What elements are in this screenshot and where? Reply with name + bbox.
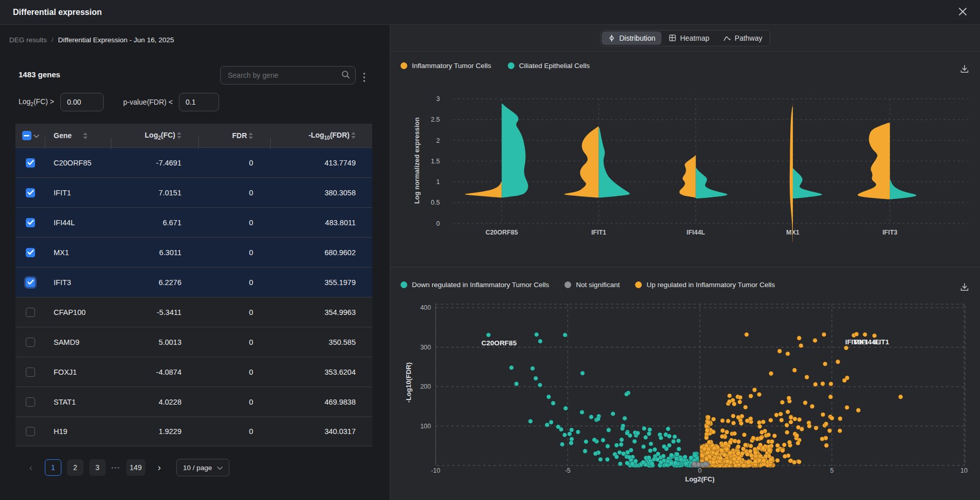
row-checkbox[interactable] bbox=[26, 308, 35, 317]
breadcrumb-deg-results[interactable]: DEG results bbox=[9, 36, 47, 44]
page-size-select[interactable]: 10 / page bbox=[176, 459, 229, 476]
column-header-neglog10fdr[interactable]: -Log10(FDR) bbox=[271, 131, 372, 141]
volcano-plot[interactable]: -10-50510100200300400Log2(FC)-Log10(FDR)… bbox=[390, 268, 980, 500]
row-checkbox[interactable] bbox=[26, 397, 35, 407]
column-header-fdr[interactable]: FDR bbox=[199, 131, 271, 140]
selection-dropdown-icon[interactable] bbox=[34, 131, 39, 140]
legend-item[interactable]: Up regulated in Inflammatory Tumor Cells bbox=[635, 281, 775, 289]
row-checkbox[interactable] bbox=[26, 248, 35, 257]
neglog10fdr-cell: 380.3058 bbox=[271, 189, 372, 197]
table-row[interactable]: SAMD95.00130350.585 bbox=[15, 327, 372, 357]
row-checkbox[interactable] bbox=[26, 427, 35, 436]
svg-text:0: 0 bbox=[698, 467, 702, 474]
legend-item[interactable]: Down regulated in Inflammatory Tumor Cel… bbox=[401, 281, 549, 289]
close-button[interactable] bbox=[957, 6, 969, 19]
gene-table-header: GeneLog2(FC)FDR-Log10(FDR) bbox=[15, 124, 372, 147]
table-row[interactable]: MX16.30110680.9602 bbox=[15, 237, 372, 267]
legend-item[interactable]: Ciliated Epithelial Cells bbox=[508, 62, 590, 70]
gene-table: GeneLog2(FC)FDR-Log10(FDR) C20ORF85-7.46… bbox=[15, 124, 372, 446]
svg-text:MX1: MX1 bbox=[786, 229, 800, 236]
pathway-icon bbox=[723, 35, 731, 42]
log2fc-cell: 1.9229 bbox=[111, 427, 199, 436]
violin-right-IFIT1 bbox=[599, 128, 629, 197]
page-button-1[interactable]: 1 bbox=[45, 459, 61, 476]
volcano-chart-section: Down regulated in Inflammatory Tumor Cel… bbox=[390, 268, 980, 500]
row-checkbox[interactable] bbox=[26, 158, 35, 168]
page-button-3[interactable]: 3 bbox=[89, 459, 106, 476]
table-row[interactable]: IFI44L6.6710483.8011 bbox=[15, 207, 372, 237]
tab-heatmap[interactable]: Heatmap bbox=[662, 31, 716, 45]
row-checkbox[interactable] bbox=[26, 338, 35, 347]
violin-icon bbox=[608, 34, 616, 42]
table-row[interactable]: FOXJ1-4.08740353.6204 bbox=[15, 357, 372, 387]
svg-text:100: 100 bbox=[420, 423, 431, 430]
svg-text:0.5: 0.5 bbox=[431, 199, 440, 206]
fdr-cell: 0 bbox=[199, 248, 271, 257]
legend-dot-icon bbox=[401, 62, 407, 69]
prev-page-button[interactable]: ‹ bbox=[23, 459, 39, 476]
select-all-checkbox[interactable] bbox=[22, 131, 31, 140]
svg-text:-10: -10 bbox=[431, 467, 440, 474]
gene-name-cell: FOXJ1 bbox=[45, 368, 111, 376]
violin-plot[interactable]: 00.511.522.53C20ORF85IFIT1IFI44LMX1IFIT3… bbox=[390, 52, 980, 267]
page-ellipsis[interactable]: ••• bbox=[111, 464, 121, 471]
page-button-2[interactable]: 2 bbox=[67, 459, 84, 476]
tab-label: Distribution bbox=[619, 34, 655, 42]
column-header-gene[interactable]: Gene bbox=[45, 131, 111, 140]
row-checkbox[interactable] bbox=[26, 278, 35, 287]
column-label: FDR bbox=[232, 131, 247, 140]
legend-dot-icon bbox=[635, 281, 642, 288]
svg-text:2: 2 bbox=[436, 137, 440, 144]
svg-text:-Log10(FDR): -Log10(FDR) bbox=[405, 362, 412, 403]
legend-item[interactable]: Not significant bbox=[564, 281, 620, 289]
row-select-cell bbox=[15, 218, 45, 227]
row-checkbox[interactable] bbox=[26, 368, 35, 377]
table-row[interactable]: C20ORF85-7.46910413.7749 bbox=[15, 147, 372, 177]
charts-panel: DistributionHeatmapPathway Inflammatory … bbox=[390, 25, 980, 500]
legend-dot-icon bbox=[564, 281, 571, 288]
sort-icon[interactable] bbox=[177, 132, 181, 139]
page-button-149[interactable]: 149 bbox=[126, 459, 145, 476]
breadcrumb-current: Differential Expression - Jun 16, 2025 bbox=[58, 36, 174, 44]
log2fc-cell: 5.0013 bbox=[111, 338, 199, 346]
sort-icon[interactable] bbox=[351, 132, 356, 139]
row-select-cell bbox=[15, 427, 45, 436]
log2fc-filter-input[interactable] bbox=[60, 93, 104, 111]
neglog10fdr-cell: 680.9602 bbox=[271, 248, 372, 257]
violin-right-C20ORF85 bbox=[502, 104, 528, 197]
violin-download-button[interactable] bbox=[957, 62, 972, 78]
search-input[interactable] bbox=[228, 71, 341, 79]
legend-dot-icon bbox=[401, 281, 407, 288]
table-row[interactable]: IFIT17.01510380.3058 bbox=[15, 177, 372, 207]
tab-pathway[interactable]: Pathway bbox=[717, 31, 769, 45]
volcano-download-button[interactable] bbox=[957, 280, 972, 296]
gene-name-cell: C20ORF85 bbox=[45, 159, 111, 167]
legend-item[interactable]: Inflammatory Tumor Cells bbox=[401, 62, 491, 70]
row-checkbox[interactable] bbox=[26, 188, 35, 197]
table-row[interactable]: STAT14.02280469.9838 bbox=[15, 387, 372, 416]
sort-icon[interactable] bbox=[83, 132, 88, 139]
window-title-bar: Differential expression bbox=[0, 0, 980, 25]
column-label: Gene bbox=[54, 131, 72, 140]
table-row[interactable]: H191.92290340.0317 bbox=[15, 416, 372, 446]
table-row[interactable]: IFIT36.22760355.1979 bbox=[15, 267, 372, 297]
tab-label: Pathway bbox=[735, 34, 762, 42]
sort-icon[interactable] bbox=[248, 132, 253, 139]
row-checkbox[interactable] bbox=[26, 218, 35, 227]
more-options-button[interactable] bbox=[361, 70, 368, 86]
table-row[interactable]: CFAP100-5.34110354.9963 bbox=[15, 297, 372, 327]
fdr-cell: 0 bbox=[199, 427, 271, 436]
legend-label: Down regulated in Inflammatory Tumor Cel… bbox=[412, 281, 549, 289]
next-page-button[interactable]: › bbox=[151, 459, 168, 476]
row-select-cell bbox=[15, 338, 45, 347]
tab-distribution[interactable]: Distribution bbox=[602, 31, 661, 45]
gene-name-cell: SAMD9 bbox=[45, 338, 111, 346]
column-header-log2fc[interactable]: Log2(FC) bbox=[111, 131, 199, 141]
fdr-filter-input[interactable] bbox=[179, 93, 219, 111]
fdr-filter-label: p-value(FDR) < bbox=[123, 98, 173, 106]
neglog10fdr-cell: 354.9963 bbox=[271, 308, 372, 316]
svg-text:0: 0 bbox=[436, 220, 440, 227]
download-icon bbox=[959, 282, 970, 294]
neglog10fdr-cell: 340.0317 bbox=[271, 427, 372, 436]
fdr-cell: 0 bbox=[199, 338, 271, 346]
